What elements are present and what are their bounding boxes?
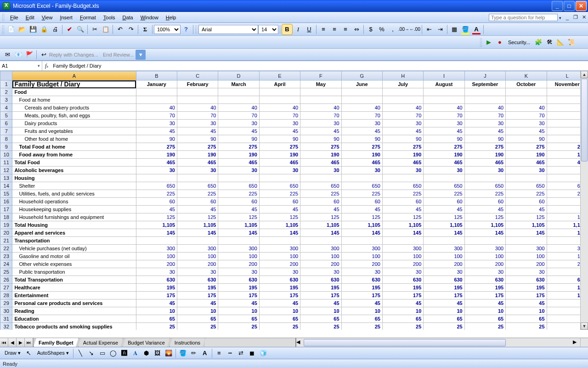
run-macro-icon[interactable]: ▶ (484, 37, 494, 47)
autosum-icon[interactable]: Σ (140, 24, 150, 34)
cell[interactable]: Shelter (12, 182, 136, 190)
cell[interactable]: 1,105 (547, 221, 580, 229)
cell[interactable]: 30 (464, 120, 505, 127)
cell[interactable]: 190 (382, 151, 423, 159)
cell[interactable]: 45 (506, 206, 547, 213)
cell[interactable] (547, 96, 580, 104)
cell[interactable]: 630 (341, 276, 382, 284)
cell[interactable]: 190 (259, 151, 300, 159)
cell[interactable]: 70 (300, 112, 341, 120)
align-right-icon[interactable]: ≡ (340, 24, 351, 34)
security-button[interactable]: Security... (505, 40, 533, 45)
cell[interactable]: 125 (424, 213, 464, 221)
scroll-thumb[interactable] (581, 79, 588, 161)
cell[interactable] (506, 88, 547, 96)
cell[interactable]: 100 (506, 253, 547, 260)
row-header[interactable]: 15 (0, 190, 12, 198)
cell[interactable]: 190 (177, 151, 218, 159)
cell[interactable]: 465 (464, 159, 505, 167)
row-header[interactable]: 21 (0, 237, 12, 245)
row-header[interactable]: 4 (0, 104, 12, 112)
cell[interactable]: 225 (547, 190, 580, 198)
vertical-scrollbar[interactable]: ▲ ▼ (580, 71, 588, 330)
row-header[interactable]: 20 (0, 229, 12, 237)
cell[interactable] (136, 237, 177, 245)
cell[interactable]: 30 (218, 268, 259, 276)
cell[interactable]: 1,105 (341, 221, 382, 229)
cell[interactable]: Fruits and vegetables (12, 127, 136, 135)
row-header[interactable]: 19 (0, 221, 12, 229)
cell[interactable]: 30 (464, 268, 505, 276)
cell[interactable]: 225 (218, 190, 259, 198)
cell[interactable]: 145 (259, 229, 300, 237)
cell[interactable]: 90 (136, 135, 177, 143)
cell[interactable]: Dairy products (12, 120, 136, 127)
cell[interactable]: 10 (300, 307, 341, 315)
cell[interactable] (424, 88, 464, 96)
arrow-icon[interactable]: ↘ (86, 348, 96, 358)
cell[interactable] (341, 174, 382, 182)
cell[interactable]: 30 (341, 120, 382, 127)
cell[interactable]: 145 (382, 229, 423, 237)
cell[interactable]: 300 (464, 245, 505, 253)
sheet-tab-budget-variance[interactable]: Budget Variance (123, 338, 170, 347)
clipart-icon[interactable]: 🖼 (153, 348, 163, 358)
cell[interactable]: 175 (464, 292, 505, 299)
cell[interactable]: 30 (506, 120, 547, 127)
col-header-E[interactable]: E (259, 71, 300, 80)
sheet-tab-family-budget[interactable]: Family Budget (34, 338, 79, 347)
cell[interactable]: 195 (177, 284, 218, 292)
cell[interactable]: 225 (464, 190, 505, 198)
col-header-D[interactable]: D (218, 71, 259, 80)
line-color-icon[interactable]: ✏ (189, 348, 199, 358)
cell[interactable] (136, 88, 177, 96)
cell[interactable]: 45 (464, 299, 505, 307)
cell[interactable]: 30 (464, 167, 505, 174)
cell[interactable]: 195 (464, 284, 505, 292)
row-header[interactable]: 3 (0, 96, 12, 104)
autoshapes-menu[interactable]: AutoShapes ▾ (34, 350, 72, 356)
cell[interactable]: 195 (547, 284, 580, 292)
cell[interactable]: 45 (300, 299, 341, 307)
cell[interactable]: 30 (259, 268, 300, 276)
flag-icon[interactable]: 🚩 (24, 50, 34, 60)
fill-color-icon[interactable]: 🪣 (460, 24, 470, 34)
cell[interactable]: 200 (300, 260, 341, 268)
draw-menu[interactable]: Draw ▾ (2, 350, 23, 356)
cell[interactable]: 100 (341, 253, 382, 260)
cell[interactable]: 40 (259, 104, 300, 112)
line-style-icon[interactable]: ≡ (214, 348, 224, 358)
oval-icon[interactable]: ◯ (108, 348, 119, 358)
cell[interactable]: 45 (218, 206, 259, 213)
cell[interactable]: June (341, 80, 382, 88)
menu-edit[interactable]: Edit (22, 13, 38, 22)
cell[interactable]: 90 (218, 135, 259, 143)
print-icon[interactable]: 🖨 (50, 24, 60, 34)
col-header-L[interactable]: L (547, 71, 580, 80)
cell[interactable]: Utilities, fuels, and public services (12, 190, 136, 198)
cell[interactable]: 275 (547, 143, 580, 151)
cell[interactable]: 650 (300, 182, 341, 190)
cell[interactable]: 65 (506, 315, 547, 323)
cell[interactable]: Healthcare (12, 284, 136, 292)
cell[interactable]: 65 (424, 315, 464, 323)
cell[interactable]: 45 (136, 127, 177, 135)
cell[interactable] (341, 237, 382, 245)
cell[interactable]: 650 (136, 182, 177, 190)
cell[interactable]: 25 (218, 323, 259, 330)
cell[interactable]: March (218, 80, 259, 88)
save-icon[interactable]: 💾 (28, 24, 38, 34)
cell[interactable]: 125 (177, 213, 218, 221)
cell[interactable]: 30 (424, 167, 464, 174)
cell[interactable]: 65 (300, 315, 341, 323)
cell[interactable]: 200 (424, 260, 464, 268)
menu-file[interactable]: File (6, 13, 22, 22)
col-header-F[interactable]: F (300, 71, 341, 80)
cell[interactable]: 225 (177, 190, 218, 198)
cell[interactable]: 275 (341, 143, 382, 151)
cell[interactable]: 275 (177, 143, 218, 151)
cell[interactable]: 65 (136, 315, 177, 323)
bold-button[interactable]: B (282, 24, 292, 34)
cell[interactable]: 40 (177, 104, 218, 112)
cell[interactable]: 465 (218, 159, 259, 167)
